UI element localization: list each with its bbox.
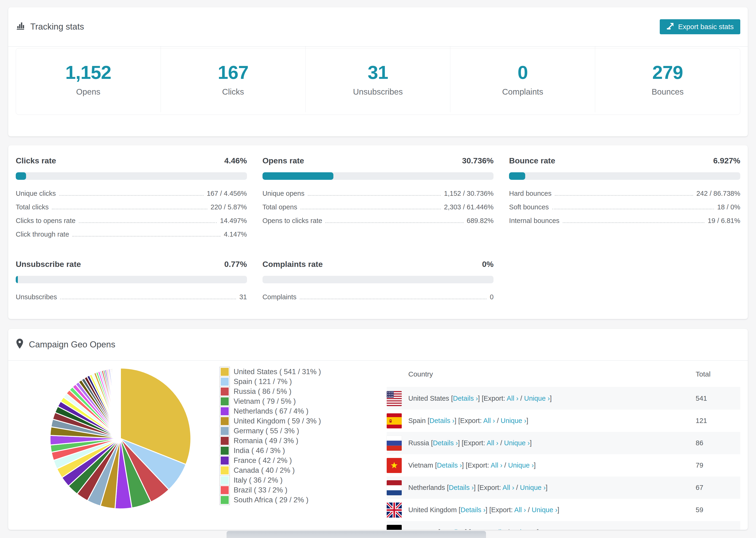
progress-bar (16, 276, 247, 283)
export-unique-link[interactable]: Unique › (524, 395, 550, 402)
legend-item-france: France ( 42 / 2% ) (220, 456, 387, 465)
export-unique-link[interactable]: Unique › (531, 506, 557, 513)
legend-label: Vietnam ( 79 / 5% ) (234, 397, 296, 405)
country-cell: Germany [Details ›] [Export: All › / Uni… (408, 528, 539, 530)
bracket: [ (449, 395, 453, 402)
bracket: [ (457, 506, 460, 513)
country-name: Vietnam (408, 461, 433, 469)
details-link[interactable]: Details › (433, 439, 458, 447)
details-link[interactable]: Details › (449, 484, 474, 491)
details-link[interactable]: Details › (429, 417, 454, 424)
country-name: Netherlands (408, 484, 445, 491)
country-row-united-kingdom: United Kingdom [Details ›] [Export: All … (387, 499, 740, 521)
separator: / (499, 439, 504, 447)
column-header-total: Total (696, 370, 740, 378)
rate-row-label: Clicks to opens rate (16, 217, 76, 224)
export-all-link[interactable]: All › (503, 484, 514, 491)
country-total: 86 (696, 439, 740, 447)
export-all-link[interactable]: All › (494, 528, 506, 530)
legend-item-romania: Romania ( 49 / 3% ) (220, 436, 387, 446)
legend-label: South Africa ( 29 / 2% ) (234, 496, 308, 504)
dotted-leader (60, 298, 236, 299)
legend-color-chip (220, 367, 229, 377)
legend-item-germany: Germany ( 55 / 3% ) (220, 426, 387, 436)
export-unique-link[interactable]: Unique › (504, 439, 530, 447)
stat-value: 0 (518, 62, 528, 83)
geo-pie-chart[interactable] (16, 361, 220, 512)
legend-label: Germany ( 55 / 3% ) (234, 427, 299, 435)
rate-row-value: 1,152 / 30.736% (444, 190, 494, 197)
rate-section-opens-rate: Opens rate30.736%Unique opens1,152 / 30.… (262, 156, 494, 244)
flag-vn-icon (387, 458, 402, 473)
legend-color-chip (220, 476, 229, 485)
progress-bar-fill (509, 172, 525, 180)
rate-header: Clicks rate4.46% (16, 156, 247, 165)
rate-row: Clicks to opens rate14.497% (16, 217, 247, 224)
export-unique-link[interactable]: Unique › (511, 528, 537, 530)
campaign-geo-body: United States ( 541 / 31% )Spain ( 121 /… (8, 361, 748, 530)
export-unique-link[interactable]: Unique › (520, 484, 546, 491)
rate-value: 0.77% (224, 260, 247, 269)
legend-label: Russia ( 86 / 5% ) (234, 387, 291, 396)
bracket: ] [Export: (478, 395, 507, 402)
rate-row-label: Total opens (262, 204, 297, 211)
dotted-leader (308, 195, 441, 196)
rate-section-bounce-rate: Bounce rate6.927%Hard bounces242 / 86.73… (509, 156, 740, 244)
stat-box-clicks: 167Clicks (161, 46, 306, 112)
rate-rows: Hard bounces242 / 86.738%Soft bounces18 … (509, 190, 740, 224)
bracket: ] (557, 506, 559, 513)
rate-row: Total clicks220 / 5.87% (16, 204, 247, 211)
legend-color-chip (220, 416, 229, 426)
country-total: 59 (696, 506, 740, 514)
bracket: [ (436, 528, 440, 530)
country-row-russia: Russia [Details ›] [Export: All › / Uniq… (387, 432, 740, 454)
country-cell: Netherlands [Details ›] [Export: All › /… (408, 484, 548, 492)
legend-item-united-states: United States ( 541 / 31% ) (220, 367, 387, 377)
rates-grid: Clicks rate4.46%Unique clicks167 / 4.456… (16, 156, 740, 307)
details-link[interactable]: Details › (437, 461, 462, 469)
rate-row: Total opens2,303 / 61.446% (262, 204, 494, 211)
bar-chart-icon (16, 21, 25, 32)
horizontal-scrollbar-thumb[interactable] (227, 531, 486, 538)
bracket: ] [Export: (465, 528, 494, 530)
export-all-link[interactable]: All › (487, 439, 499, 447)
export-all-link[interactable]: All › (491, 461, 503, 469)
rate-row: Unique opens1,152 / 30.736% (262, 190, 494, 197)
rate-title: Clicks rate (16, 156, 56, 165)
rate-row-value: 14.497% (220, 217, 247, 224)
rate-header: Unsubscribe rate0.77% (16, 260, 247, 269)
rate-row-value: 18 / 0% (717, 204, 740, 211)
dotted-leader (79, 222, 217, 223)
rate-row-value: 242 / 86.738% (696, 190, 740, 197)
stat-box-unsubscribes: 31Unsubscribes (306, 46, 451, 112)
stat-label: Clicks (222, 87, 244, 96)
rate-row-label: Hard bounces (509, 190, 552, 197)
bracket: ] [Export: (462, 461, 491, 469)
legend-label: United Kingdom ( 59 / 3% ) (234, 417, 321, 425)
details-link[interactable]: Details › (453, 395, 478, 402)
rate-row-label: Complaints (262, 294, 297, 300)
rate-value: 0% (482, 260, 494, 269)
flag-nl-icon (387, 480, 402, 495)
stat-box-complaints: 0Complaints (450, 46, 595, 112)
rate-rows: Unsubscribes31 (16, 294, 247, 300)
export-all-link[interactable]: All › (483, 417, 495, 424)
export-all-link[interactable]: All › (514, 506, 526, 513)
export-basic-stats-button[interactable]: Export basic stats (660, 19, 740, 34)
legend-label: Italy ( 36 / 2% ) (234, 476, 283, 484)
pie-slice-other[interactable] (120, 368, 121, 439)
legend-color-chip (220, 377, 229, 386)
export-unique-link[interactable]: Unique › (501, 417, 526, 424)
tracking-stats-header: Tracking stats Export basic stats (8, 7, 748, 47)
bracket: ] (530, 439, 531, 447)
flag-ru-icon (387, 436, 402, 451)
export-unique-link[interactable]: Unique › (508, 461, 534, 469)
details-link[interactable]: Details › (460, 506, 485, 513)
stat-value: 279 (652, 62, 683, 83)
details-link[interactable]: Details › (440, 528, 465, 530)
rate-header: Complaints rate0% (262, 260, 494, 269)
rate-section-unsubscribe-rate: Unsubscribe rate0.77%Unsubscribes31 (16, 260, 247, 307)
export-all-link[interactable]: All › (507, 395, 518, 402)
legend-color-chip (220, 466, 229, 475)
separator: / (518, 395, 524, 402)
